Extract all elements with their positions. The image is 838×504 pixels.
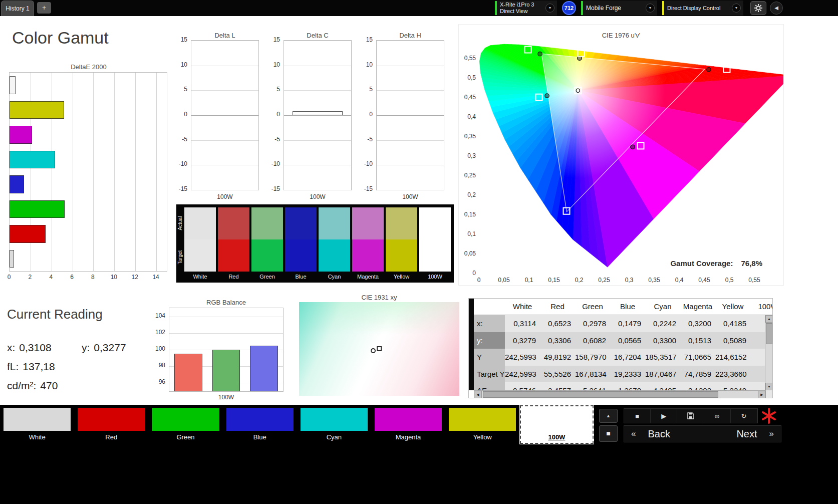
gear-icon xyxy=(754,4,763,13)
refresh-button[interactable]: ↻ xyxy=(731,409,757,423)
back-button[interactable]: Back xyxy=(648,428,670,440)
chevron-down-icon[interactable]: ▼ xyxy=(545,4,554,13)
axis-tick-label: 0,2 xyxy=(460,191,476,198)
table-vertical-scrollbar[interactable]: ▲ ▼ xyxy=(765,315,772,390)
grid-line xyxy=(191,165,258,165)
axis-tick-label: 6 xyxy=(67,274,77,281)
axis-tick-label: 10 xyxy=(174,61,187,68)
row-label: x: CIE31 xyxy=(474,315,505,332)
grid-line xyxy=(169,317,283,317)
axis-tick-label: 0,35 xyxy=(644,277,664,284)
axis-tick-label: 5 xyxy=(360,86,373,93)
source-name: Mobile Forge xyxy=(586,1,646,15)
next-button[interactable]: Next xyxy=(736,428,757,440)
delta-l-chart-title: Delta L xyxy=(191,32,259,39)
axis-tick-label: 0,4 xyxy=(460,113,476,120)
table-cell: 0,3279 xyxy=(505,332,540,349)
vertical-scroll-thumb[interactable] xyxy=(766,323,772,344)
scroll-down-icon[interactable]: ▼ xyxy=(765,383,773,390)
grid-line xyxy=(114,73,115,271)
source-selector[interactable]: Mobile Forge ▼ xyxy=(581,1,657,16)
patch-button-blue[interactable]: Blue xyxy=(223,405,297,444)
patch-label: 100W xyxy=(519,433,594,441)
settings-button[interactable] xyxy=(750,1,766,15)
patch-button-100w[interactable]: 100W xyxy=(519,405,594,444)
patch-strip: WhiteRedGreenBlueCyanMagentaYellow100W ▲… xyxy=(0,405,838,444)
delta-c-bar-100w xyxy=(293,111,342,115)
axis-tick-label: 2 xyxy=(25,274,35,281)
table-horizontal-scrollbar[interactable]: ◀ ▶ xyxy=(474,390,766,398)
grid-line xyxy=(191,66,258,66)
collapse-up-button[interactable]: ▲ xyxy=(599,409,618,423)
target-swatch xyxy=(352,239,384,272)
history-tab[interactable]: History 1 xyxy=(1,1,34,16)
table-cell: 0,5089 xyxy=(715,332,750,349)
collapse-panel-button[interactable]: ◀ xyxy=(770,2,783,15)
grid-line xyxy=(191,190,258,190)
actual-swatch xyxy=(218,207,249,239)
scroll-left-icon[interactable]: ◀ xyxy=(474,391,482,398)
rgb-balance-bar-blue xyxy=(250,346,278,391)
column-header: Blue xyxy=(610,299,645,315)
patch-button-cyan[interactable]: Cyan xyxy=(297,405,371,444)
axis-tick-label: 0,45 xyxy=(460,94,476,101)
table-cell: 0,6523 xyxy=(540,315,575,332)
actual-swatch xyxy=(419,207,451,239)
horizontal-scroll-thumb[interactable] xyxy=(483,391,718,398)
axis-tick-label: 0,3 xyxy=(619,277,639,284)
axis-tick-label: -5 xyxy=(360,136,373,143)
axis-tick-label: 104 xyxy=(152,312,165,319)
patch-button-red[interactable]: Red xyxy=(74,405,148,444)
swatch-label: Cyan xyxy=(319,272,350,281)
axis-tick-label: 0,55 xyxy=(744,277,764,284)
axis-tick-label: 0,3 xyxy=(460,152,476,159)
swatch-column-cyan: Cyan xyxy=(319,207,350,281)
swatch-label: Green xyxy=(251,272,283,281)
save-button[interactable] xyxy=(677,409,704,423)
play-button[interactable]: ▶ xyxy=(651,409,677,423)
display-control-selector[interactable]: Direct Display Control ▼ xyxy=(662,1,743,16)
stop-button[interactable]: ■ xyxy=(624,409,651,423)
delta-h-chart-title: Delta H xyxy=(376,32,444,39)
swatch-label: Magenta xyxy=(352,272,384,281)
grid-line xyxy=(377,165,444,165)
meter-selector[interactable]: X-Rite i1Pro 3 Direct View ▼ xyxy=(495,1,557,16)
axis-tick-label: 0 xyxy=(267,111,280,118)
scroll-right-icon[interactable]: ▶ xyxy=(758,391,766,398)
patch-button-yellow[interactable]: Yellow xyxy=(445,405,519,444)
grid-line xyxy=(73,73,73,271)
patch-button-magenta[interactable]: Magenta xyxy=(371,405,445,444)
rgb-balance-bar-red xyxy=(174,354,202,391)
back-chevrons-button[interactable]: « xyxy=(628,429,639,439)
loop-button[interactable]: ∞ xyxy=(704,409,731,423)
column-header: White xyxy=(505,299,540,315)
display-control-name: Direct Display Control xyxy=(667,5,732,12)
scroll-up-icon[interactable]: ▲ xyxy=(765,315,773,323)
axis-tick-label: 0 xyxy=(4,274,14,281)
table-cell: 0,0565 xyxy=(610,332,645,349)
delta-h-y-axis: 151050-5-10-15 xyxy=(360,40,374,190)
grid-line xyxy=(284,190,351,190)
cie1931-diagram xyxy=(299,302,459,396)
column-header: Magenta xyxy=(680,299,715,315)
actual-target-swatch-strip: Actual Target WhiteRedGreenBlueCyanMagen… xyxy=(176,204,454,283)
add-tab-button[interactable]: + xyxy=(37,2,51,14)
axis-tick-label: 12 xyxy=(130,274,140,281)
axis-tick-label: 15 xyxy=(267,36,280,43)
measuring-indicator[interactable] xyxy=(760,407,777,424)
swatch-label: Yellow xyxy=(386,272,417,281)
swatch-label: White xyxy=(184,272,216,281)
patch-button-green[interactable]: Green xyxy=(148,405,222,444)
chevron-down-icon[interactable]: ▼ xyxy=(646,4,655,13)
table-row: Target Y242,599355,5526167,813419,233318… xyxy=(474,366,773,383)
patch-button-white[interactable]: White xyxy=(0,405,74,444)
stop-measurement-button[interactable]: ■ xyxy=(599,425,618,442)
chevron-down-icon[interactable]: ▼ xyxy=(732,4,741,13)
grid-line xyxy=(377,115,444,116)
meter-name: X-Rite i1Pro 3 Direct View xyxy=(500,2,545,15)
next-chevrons-button[interactable]: » xyxy=(766,429,777,439)
window-footer xyxy=(0,444,838,504)
target-swatch xyxy=(419,239,451,272)
table-cell: 158,7970 xyxy=(575,349,610,366)
column-header: Yellow xyxy=(715,299,750,315)
